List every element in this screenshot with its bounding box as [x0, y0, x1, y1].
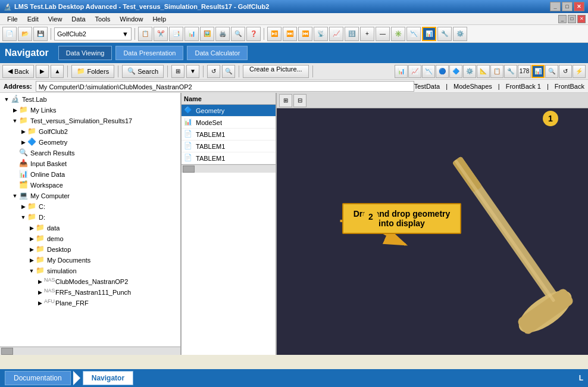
file-item-tablem1-a[interactable]: 📄 TABLEM1 [182, 129, 276, 141]
close-button[interactable]: ✕ [574, 2, 584, 11]
tb-btn15[interactable]: + [360, 27, 374, 41]
tb-btn14[interactable]: 🔢 [345, 27, 359, 41]
icon-btn3[interactable]: 📉 [422, 65, 435, 78]
sub-close-button[interactable]: ✕ [577, 15, 586, 23]
tree-item-clubmodes[interactable]: ▶ NAS ClubModes_NastranOP2 [35, 276, 179, 287]
sub-restore-button[interactable]: □ [568, 15, 576, 23]
icon-btn4[interactable]: 🔵 [436, 65, 449, 78]
zoom-button[interactable]: 🔍 [222, 65, 235, 78]
menu-window[interactable]: Window [115, 14, 148, 24]
tree-item-searchresults[interactable]: 🔍 Search Results [10, 148, 179, 158]
file-item-tablem1-b[interactable]: 📄 TABLEM1 [182, 141, 276, 152]
icon-btn13[interactable]: ↺ [559, 65, 572, 78]
tab-data-viewing[interactable]: Data Viewing [58, 46, 112, 60]
tree-item-onlinedata[interactable]: 📊 Online Data [10, 169, 179, 180]
menu-tools[interactable]: Tools [90, 14, 115, 24]
icon-btn9[interactable]: 🔧 [504, 65, 517, 78]
tb-btn19[interactable]: 📊 [422, 27, 436, 41]
menu-file[interactable]: File [2, 14, 23, 24]
menu-view[interactable]: View [43, 14, 67, 24]
tb-btn21[interactable]: ⚙️ [453, 27, 467, 41]
icon-btn6[interactable]: ⚙️ [463, 65, 476, 78]
tree-item-mylinks[interactable]: ▶ 📁 My Links [10, 105, 179, 116]
icon-btn10[interactable]: 178 [518, 65, 531, 78]
tb-btn11[interactable]: ⏮️ [298, 27, 312, 41]
hscroll-files-thumb[interactable] [183, 166, 195, 173]
expander-testlab[interactable]: ▼ [2, 95, 11, 104]
file-item-geometry[interactable]: 🔷 Geometry [182, 105, 276, 117]
tb-btn6[interactable]: 🖨️ [215, 27, 230, 41]
file-item-tablem1-c[interactable]: 📄 TABLEM1 [182, 152, 276, 164]
menu-help[interactable]: Help [148, 14, 171, 24]
tree-item-testlab[interactable]: ▼ 🔬 Test.Lab [1, 94, 179, 105]
tb-btn8[interactable]: ❓ [246, 27, 261, 41]
address-path[interactable]: My Computer\D:\simulation\ClubModes_Nast… [36, 81, 414, 92]
tree-item-mydocs[interactable]: ▶ 📁 My Documents [26, 255, 179, 266]
tb-btn5[interactable]: 🖼️ [200, 27, 214, 41]
tb-btn9[interactable]: ⏯️ [267, 27, 282, 41]
hscroll-files[interactable] [182, 164, 276, 173]
expander-onlinedata[interactable] [11, 170, 19, 179]
status-tab-documentation[interactable]: Documentation [5, 371, 71, 385]
tree-item-golfclub2[interactable]: ▶ 📁 GolfClub2 [18, 126, 179, 137]
restore-button[interactable]: □ [562, 2, 573, 11]
view-dropdown-button[interactable]: ▼ [186, 65, 199, 78]
expander-workspace[interactable] [11, 181, 19, 189]
back-button[interactable]: ◀ Back [2, 65, 34, 78]
tree-item-inputbasket[interactable]: 📥 Input Basket [10, 158, 179, 169]
tb-btn12[interactable]: 📡 [314, 27, 328, 41]
icon-btn14[interactable]: ⚡ [573, 65, 586, 78]
hscroll-left[interactable] [0, 347, 180, 355]
icon-btn1[interactable]: 📊 [395, 65, 408, 78]
tree-item-desktop[interactable]: ▶ 📁 Desktop [26, 244, 179, 255]
expander-testvs[interactable]: ▼ [11, 117, 19, 125]
tb-btn3[interactable]: 📑 [169, 27, 183, 41]
file-item-modeset[interactable]: 📊 ModeSet [182, 117, 276, 129]
tree-item-frfs[interactable]: ▶ NAS FRFs_Nastran111_Punch [35, 287, 179, 298]
status-tab-navigator[interactable]: Navigator [83, 371, 133, 385]
tree-item-demo[interactable]: ▶ 📁 demo [26, 233, 179, 244]
expander-mycomputer[interactable]: ▼ [11, 192, 19, 200]
up-button[interactable]: ▲ [51, 65, 64, 78]
new-button[interactable]: 📄 [2, 27, 17, 41]
expander-clubmodes[interactable]: ▶ [36, 277, 44, 286]
search-button[interactable]: 🔍 Search [122, 65, 164, 78]
icon-btn8[interactable]: 📋 [490, 65, 503, 78]
tree-item-plane[interactable]: ▶ AFU Plane_FRF [35, 298, 179, 308]
expander-frfs[interactable]: ▶ [36, 288, 44, 297]
refresh-button[interactable]: ↺ [207, 65, 220, 78]
icon-btn2[interactable]: 📈 [408, 65, 421, 78]
tb-btn10[interactable]: ⏭️ [283, 27, 297, 41]
view-toggle-button[interactable]: ⊞ [171, 65, 184, 78]
tree-item-testvs[interactable]: ▼ 📁 Test_versus_Simulation_Results17 [10, 116, 179, 126]
tree-item-geometry[interactable]: ▶ 🔷 Geometry [18, 137, 179, 148]
expander-desktop[interactable]: ▶ [27, 245, 36, 254]
expander-golfclub2[interactable]: ▶ [19, 127, 27, 136]
expander-geometry[interactable]: ▶ [19, 138, 27, 146]
icon-btn5[interactable]: 🔷 [449, 65, 462, 78]
tb-btn20[interactable]: 🔧 [437, 27, 452, 41]
tb-btn4[interactable]: 📊 [184, 27, 199, 41]
tree-item-mycomputer[interactable]: ▼ 💻 My Computer [10, 191, 179, 201]
view-tab-frontback[interactable]: FrontBack [555, 83, 584, 90]
open-button[interactable]: 📂 [18, 27, 32, 41]
expander-data[interactable]: ▶ [27, 224, 36, 232]
tree-item-workspace[interactable]: 🗂️ Workspace [10, 180, 179, 191]
tree-item-d[interactable]: ▼ 📁 D: [18, 212, 179, 223]
expander-mylinks[interactable]: ▶ [11, 106, 19, 114]
expander-inputbasket[interactable] [11, 160, 19, 168]
expander-plane[interactable]: ▶ [36, 299, 44, 307]
icon-btn11[interactable]: 📊 [531, 65, 545, 78]
tree-item-c[interactable]: ▶ 📁 C: [18, 201, 179, 212]
expander-demo[interactable]: ▶ [27, 235, 36, 243]
minimize-button[interactable]: _ [550, 2, 561, 11]
tab-data-presentation[interactable]: Data Presentation [115, 46, 183, 60]
tb-btn13[interactable]: 📈 [329, 27, 343, 41]
save-button[interactable]: 💾 [33, 27, 48, 41]
display-btn1[interactable]: ⊞ [279, 94, 292, 107]
menu-edit[interactable]: Edit [23, 14, 43, 24]
create-picture-button[interactable]: Create a Picture... [243, 65, 309, 78]
tb-btn1[interactable]: 📋 [138, 27, 152, 41]
view-tab-frontback1[interactable]: FrontBack 1 [506, 83, 541, 90]
expander-mydocs[interactable]: ▶ [27, 256, 36, 264]
